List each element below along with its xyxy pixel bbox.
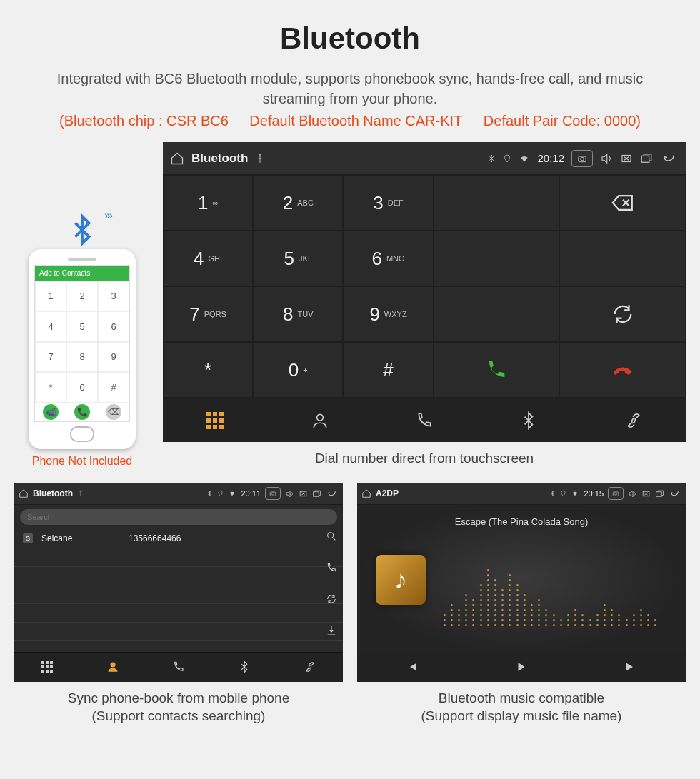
prev-track-button[interactable]: [357, 652, 466, 682]
dial-key-4[interactable]: 4GHI: [163, 231, 253, 286]
home-icon[interactable]: [170, 151, 184, 166]
hangup-button[interactable]: [559, 342, 686, 398]
bluetooth-status-icon: [549, 489, 556, 498]
empty-row: [14, 623, 343, 641]
nav-keypad[interactable]: [14, 653, 80, 682]
bluetooth-icon: ›››: [66, 213, 99, 246]
phone-bar-label: Add to Contacts: [35, 266, 129, 281]
empty-cell: [434, 175, 560, 231]
close-icon[interactable]: [641, 489, 651, 498]
contact-row[interactable]: SSeicane13566664466: [14, 529, 343, 548]
location-icon: [217, 489, 224, 498]
nav-calllog[interactable]: [146, 653, 211, 682]
back-icon[interactable]: [326, 489, 339, 498]
phone-key: 9: [98, 342, 129, 373]
dial-key-*[interactable]: *: [163, 342, 253, 398]
equalizer-visual: [443, 548, 657, 626]
phone-key: *: [35, 372, 66, 403]
phone-mock: Add to Contacts 123456789*0# 📹 📞 ⌫: [29, 249, 136, 449]
play-pause-button[interactable]: [466, 652, 576, 682]
home-icon[interactable]: [361, 488, 371, 498]
nav-pair[interactable]: [277, 653, 343, 682]
close-icon[interactable]: [620, 152, 633, 165]
location-icon: [503, 153, 511, 164]
dial-key-3[interactable]: 3DEF: [343, 175, 433, 231]
volume-icon[interactable]: [628, 489, 637, 498]
usb-icon: [255, 154, 265, 164]
phone-key: 3: [98, 281, 129, 312]
camera-icon[interactable]: [265, 487, 281, 500]
nav-keypad[interactable]: [163, 398, 267, 442]
phone-key: 6: [98, 311, 129, 342]
camera-icon[interactable]: [608, 487, 624, 500]
empty-row: [14, 548, 343, 567]
dial-key-1[interactable]: 1∞: [163, 175, 253, 231]
next-track-button[interactable]: [576, 652, 686, 682]
dial-key-#[interactable]: #: [343, 342, 433, 398]
phone-key: 4: [35, 311, 66, 342]
spec-line: (Bluetooth chip : CSR BC6 Default Blueto…: [14, 113, 686, 129]
dial-key-7[interactable]: 7PQRS: [163, 286, 253, 342]
contacts-screen: Bluetooth 20:11: [14, 483, 343, 682]
contacts-caption: Sync phone-book from mobile phone (Suppo…: [68, 689, 290, 725]
back-icon[interactable]: [660, 152, 679, 165]
camera-icon[interactable]: [571, 150, 593, 167]
volume-icon[interactable]: [285, 489, 294, 498]
empty-row: [14, 585, 343, 604]
dial-key-5[interactable]: 5JKL: [253, 231, 343, 286]
home-icon[interactable]: [19, 488, 29, 498]
svg-rect-3: [641, 156, 649, 162]
backspace-button[interactable]: [559, 175, 686, 231]
nav-pair[interactable]: [581, 398, 686, 442]
recent-apps-icon[interactable]: [655, 489, 664, 498]
dial-key-2[interactable]: 2ABC: [253, 175, 343, 231]
svg-point-10: [111, 663, 115, 667]
usb-icon: [77, 490, 84, 497]
dial-key-9[interactable]: 9WXYZ: [343, 286, 433, 342]
svg-point-4: [316, 414, 323, 421]
refresh-button[interactable]: [559, 286, 686, 342]
recent-apps-icon[interactable]: [640, 152, 653, 165]
empty-row: [14, 567, 343, 585]
svg-point-12: [614, 493, 616, 495]
nav-contacts[interactable]: [267, 398, 371, 442]
dial-key-8[interactable]: 8TUV: [253, 286, 343, 342]
call-icon[interactable]: [326, 562, 337, 573]
phone-key: 8: [66, 342, 98, 373]
song-title: Escape (The Pina Colada Song): [455, 516, 588, 527]
status-time: 20:11: [241, 489, 261, 498]
phone-key: #: [98, 372, 129, 403]
nav-bluetooth[interactable]: [476, 398, 581, 442]
search-icon[interactable]: [326, 531, 337, 542]
empty-cell: [434, 286, 560, 342]
page-subtitle: Integrated with BC6 Bluetooth module, su…: [43, 69, 657, 109]
refresh-icon[interactable]: [326, 593, 337, 605]
svg-point-6: [271, 493, 274, 495]
wifi-icon: [519, 154, 530, 164]
spec-pair: Default Pair Code: 0000): [484, 113, 641, 129]
svg-rect-8: [314, 491, 319, 496]
dial-key-0[interactable]: 0+: [253, 342, 343, 398]
download-icon[interactable]: [326, 625, 337, 636]
nav-calllog[interactable]: [372, 398, 476, 442]
empty-cell: [434, 231, 560, 286]
search-input[interactable]: [20, 509, 337, 525]
phone-key: 0: [66, 372, 98, 403]
svg-rect-14: [656, 491, 662, 496]
dial-key-6[interactable]: 6MNO: [343, 231, 433, 286]
bluetooth-status-icon: [487, 153, 496, 164]
back-icon[interactable]: [669, 489, 681, 498]
recent-apps-icon[interactable]: [312, 489, 321, 498]
phone-not-included: Phone Not Included: [32, 455, 133, 468]
status-time: 20:12: [537, 152, 564, 164]
svg-point-1: [581, 157, 584, 161]
call-button[interactable]: [434, 342, 560, 398]
nav-bluetooth[interactable]: [211, 653, 277, 682]
nav-contacts[interactable]: [80, 653, 146, 682]
dialer-screen: Bluetooth 20:12: [163, 142, 686, 442]
contact-name: Seicane: [41, 533, 120, 543]
close-icon[interactable]: [299, 489, 308, 498]
volume-icon[interactable]: [600, 152, 613, 165]
phone-key: 5: [66, 311, 98, 342]
a2dp-title: A2DP: [376, 488, 399, 498]
